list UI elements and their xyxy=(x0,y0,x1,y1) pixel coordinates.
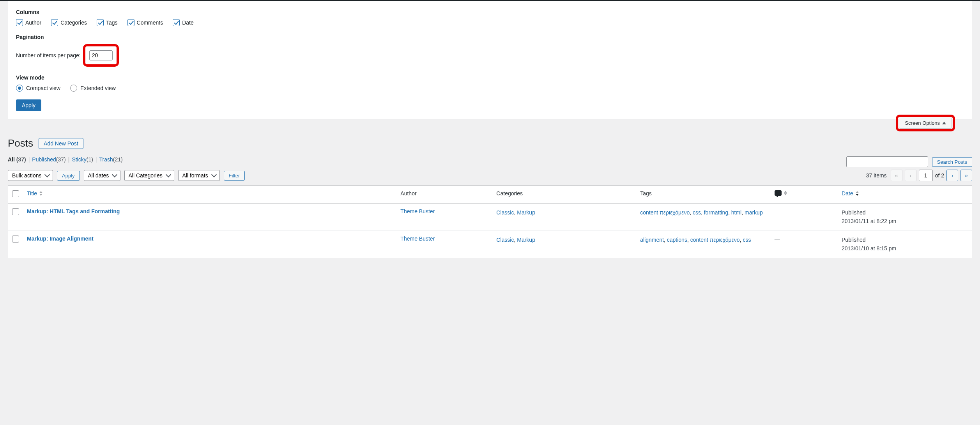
column-label: Date xyxy=(182,19,194,26)
filter-button[interactable]: Filter xyxy=(224,171,245,181)
category-link[interactable]: Markup xyxy=(517,237,535,243)
column-label: Categories xyxy=(60,19,87,26)
view-mode-extended[interactable]: Extended view xyxy=(70,85,116,92)
bulk-actions-select[interactable]: Bulk actions xyxy=(8,170,53,181)
search-button[interactable]: Search Posts xyxy=(932,157,972,167)
caret-up-icon xyxy=(942,122,946,124)
filter-sticky[interactable]: Sticky xyxy=(72,156,86,163)
filter-published[interactable]: Published xyxy=(32,156,56,163)
prev-page-button: ‹ xyxy=(905,170,916,181)
current-page-input[interactable] xyxy=(919,170,933,181)
filter-all[interactable]: All (37) xyxy=(8,156,26,163)
column-checkbox-tags[interactable] xyxy=(97,19,104,26)
next-page-button[interactable]: › xyxy=(946,170,958,181)
search-input[interactable] xyxy=(846,156,928,167)
author-link[interactable]: Theme Buster xyxy=(400,236,435,242)
dates-filter-select[interactable]: All dates xyxy=(84,170,120,181)
tag-link[interactable]: alignment xyxy=(640,237,664,243)
sort-icon xyxy=(784,191,787,195)
column-label: Tags xyxy=(106,19,118,26)
screen-options-apply-button[interactable]: Apply xyxy=(16,99,41,111)
view-mode-row: Compact view Extended view xyxy=(16,85,964,92)
date-cell: Published2013/01/10 at 8:15 pm xyxy=(838,230,972,258)
col-tags-header: Tags xyxy=(636,186,770,204)
add-new-button[interactable]: Add New Post xyxy=(39,138,83,149)
row-title-link[interactable]: Markup: Image Alignment xyxy=(27,236,94,242)
select-all-checkbox[interactable] xyxy=(12,190,19,197)
items-count: 37 items xyxy=(866,172,887,179)
tag-link[interactable]: captions xyxy=(667,237,687,243)
sort-icon xyxy=(856,191,859,196)
column-checkbox-date[interactable] xyxy=(173,19,180,26)
categories-filter-select[interactable]: All Categories xyxy=(124,170,174,181)
column-toggle-categories[interactable]: Categories xyxy=(51,19,87,26)
view-mode-label: Extended view xyxy=(80,85,116,91)
table-row: Markup: Image AlignmentTheme BusterClass… xyxy=(8,230,972,258)
filter-trash[interactable]: Trash xyxy=(99,156,113,163)
column-checkbox-comments[interactable] xyxy=(127,19,134,26)
tag-link[interactable]: markup xyxy=(745,209,763,216)
formats-filter-select[interactable]: All formats xyxy=(178,170,220,181)
date-cell: Published2013/01/11 at 8:22 pm xyxy=(838,204,972,231)
pagination-row: Number of items per page: xyxy=(16,44,964,67)
column-label: Comments xyxy=(137,19,163,26)
col-author-header: Author xyxy=(396,186,492,204)
screen-options-toggle-label: Screen Options xyxy=(905,120,940,126)
view-mode-compact[interactable]: Compact view xyxy=(16,85,60,92)
pagination-of: of 2 xyxy=(935,172,944,179)
posts-table: Title Author Categories Tags Date xyxy=(8,185,972,258)
screen-options-panel: Columns Author Categories Tags Comments … xyxy=(8,1,972,119)
content-wrap: Posts Add New Post All (37) | Published … xyxy=(0,137,980,266)
view-mode-heading: View mode xyxy=(16,74,964,81)
columns-heading: Columns xyxy=(16,9,964,15)
author-link[interactable]: Theme Buster xyxy=(400,208,435,214)
per-page-label: Number of items per page: xyxy=(16,52,81,58)
bulk-apply-button[interactable]: Apply xyxy=(57,171,80,181)
col-categories-header: Categories xyxy=(492,186,636,204)
comments-count: — xyxy=(775,208,780,214)
column-toggle-comments[interactable]: Comments xyxy=(127,19,163,26)
page-title: Posts xyxy=(8,137,33,149)
sort-icon xyxy=(39,191,42,196)
screen-options-toggle[interactable]: Screen Options xyxy=(899,117,952,129)
first-page-button: « xyxy=(891,170,902,181)
category-link[interactable]: Classic xyxy=(496,237,514,243)
comments-count: — xyxy=(775,236,780,242)
tag-link[interactable]: css xyxy=(743,237,751,243)
category-link[interactable]: Classic xyxy=(496,209,514,216)
tag-link[interactable]: content περιεχόμενο xyxy=(690,237,740,243)
column-toggle-date[interactable]: Date xyxy=(173,19,194,26)
per-page-input[interactable] xyxy=(89,50,113,60)
columns-row: Author Categories Tags Comments Date xyxy=(16,19,964,26)
view-mode-radio-compact[interactable] xyxy=(16,85,23,92)
search-row: Search Posts xyxy=(846,156,972,167)
column-toggle-tags[interactable]: Tags xyxy=(97,19,118,26)
tag-link[interactable]: content περιεχόμενο xyxy=(640,209,690,216)
sort-date[interactable]: Date xyxy=(842,190,859,197)
pagination-controls: « ‹ of 2 › » xyxy=(891,170,972,181)
comment-icon xyxy=(775,190,782,196)
heading-row: Posts Add New Post xyxy=(8,137,972,149)
tag-link[interactable]: formatting xyxy=(704,209,728,216)
row-checkbox[interactable] xyxy=(12,236,19,243)
column-checkbox-author[interactable] xyxy=(16,19,23,26)
tag-link[interactable]: html xyxy=(731,209,741,216)
column-checkbox-categories[interactable] xyxy=(51,19,58,26)
highlight-per-page xyxy=(83,44,119,67)
column-toggle-author[interactable]: Author xyxy=(16,19,41,26)
last-page-button[interactable]: » xyxy=(961,170,972,181)
table-row: Markup: HTML Tags and FormattingTheme Bu… xyxy=(8,204,972,231)
tablenav-top: Bulk actions Apply All dates All Categor… xyxy=(8,170,972,181)
row-title-link[interactable]: Markup: HTML Tags and Formatting xyxy=(27,208,120,214)
pagination-heading: Pagination xyxy=(16,34,964,40)
category-link[interactable]: Markup xyxy=(517,209,535,216)
sort-comments[interactable] xyxy=(775,190,787,196)
sort-title[interactable]: Title xyxy=(27,190,42,197)
row-checkbox[interactable] xyxy=(12,208,19,215)
screen-options-tab-wrap: Screen Options xyxy=(8,119,972,135)
tag-link[interactable]: css xyxy=(693,209,701,216)
view-mode-radio-extended[interactable] xyxy=(70,85,77,92)
status-filter-links: All (37) | Published (37) | Sticky (1) |… xyxy=(8,156,846,163)
column-label: Author xyxy=(25,19,41,26)
view-mode-label: Compact view xyxy=(26,85,60,91)
